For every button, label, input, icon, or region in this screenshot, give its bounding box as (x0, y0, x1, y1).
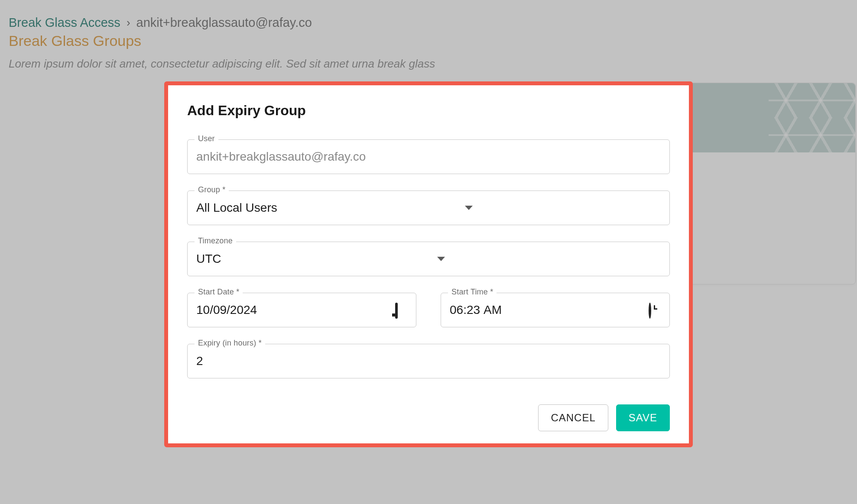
page-root: Break Glass Access › ankit+breakglassaut… (0, 0, 857, 504)
datetime-row: Start Date * 10/09/2024 Start Time * 06:… (187, 293, 670, 327)
start-time-value: 06:23 AM (450, 303, 502, 317)
expiry-value: 2 (196, 354, 203, 368)
timezone-label: Timezone (195, 236, 236, 246)
modal-title: Add Expiry Group (187, 103, 670, 119)
group-select[interactable]: Group * All Local Users (187, 191, 670, 225)
start-time-label: Start Time * (448, 288, 497, 297)
expiry-label: Expiry (in hours) * (195, 339, 265, 348)
start-date-field[interactable]: Start Date * 10/09/2024 (187, 293, 416, 327)
expiry-field[interactable]: Expiry (in hours) * 2 (187, 344, 670, 378)
timezone-select[interactable]: Timezone UTC (187, 242, 670, 276)
clock-icon[interactable] (649, 304, 661, 316)
start-date-label: Start Date * (195, 288, 243, 297)
save-button[interactable]: SAVE (616, 404, 670, 431)
timezone-value: UTC (196, 252, 221, 266)
chevron-down-icon (437, 257, 445, 261)
modal-actions: CANCEL SAVE (187, 404, 670, 431)
chevron-down-icon (465, 206, 473, 210)
group-value: All Local Users (196, 201, 277, 215)
user-label: User (195, 134, 218, 143)
calendar-icon[interactable] (395, 304, 407, 316)
user-field: User ankit+breakglassauto@rafay.co (187, 139, 670, 174)
start-time-field[interactable]: Start Time * 06:23 AM (441, 293, 670, 327)
cancel-button[interactable]: CANCEL (538, 404, 608, 431)
user-value: ankit+breakglassauto@rafay.co (196, 150, 366, 164)
start-time-ampm: AM (484, 303, 502, 317)
add-expiry-group-modal: Add Expiry Group User ankit+breakglassau… (164, 81, 693, 447)
group-label: Group * (195, 185, 229, 194)
start-date-value: 10/09/2024 (196, 303, 257, 317)
modal-overlay[interactable]: Add Expiry Group User ankit+breakglassau… (0, 0, 857, 504)
start-time-hours: 06:23 (450, 303, 480, 317)
